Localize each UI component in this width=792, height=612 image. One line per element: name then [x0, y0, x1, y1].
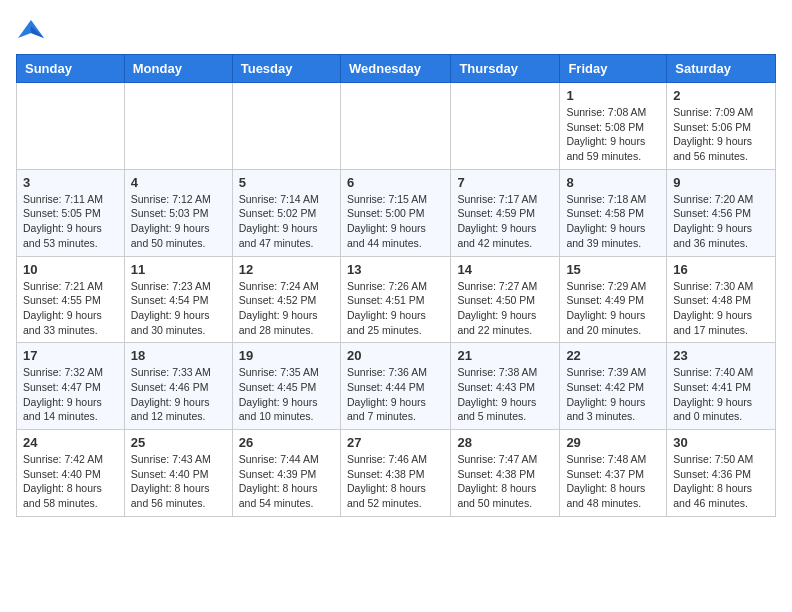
day-info: Sunrise: 7:12 AM Sunset: 5:03 PM Dayligh…: [131, 192, 226, 251]
day-cell: [232, 83, 340, 170]
day-number: 3: [23, 175, 118, 190]
day-info: Sunrise: 7:08 AM Sunset: 5:08 PM Dayligh…: [566, 105, 660, 164]
week-row-2: 3Sunrise: 7:11 AM Sunset: 5:05 PM Daylig…: [17, 169, 776, 256]
day-number: 24: [23, 435, 118, 450]
day-number: 2: [673, 88, 769, 103]
day-info: Sunrise: 7:18 AM Sunset: 4:58 PM Dayligh…: [566, 192, 660, 251]
day-number: 27: [347, 435, 444, 450]
day-cell: 22Sunrise: 7:39 AM Sunset: 4:42 PM Dayli…: [560, 343, 667, 430]
day-cell: 4Sunrise: 7:12 AM Sunset: 5:03 PM Daylig…: [124, 169, 232, 256]
day-info: Sunrise: 7:47 AM Sunset: 4:38 PM Dayligh…: [457, 452, 553, 511]
day-cell: 18Sunrise: 7:33 AM Sunset: 4:46 PM Dayli…: [124, 343, 232, 430]
day-info: Sunrise: 7:42 AM Sunset: 4:40 PM Dayligh…: [23, 452, 118, 511]
day-number: 26: [239, 435, 334, 450]
header-sunday: Sunday: [17, 55, 125, 83]
day-info: Sunrise: 7:26 AM Sunset: 4:51 PM Dayligh…: [347, 279, 444, 338]
header-saturday: Saturday: [667, 55, 776, 83]
day-info: Sunrise: 7:27 AM Sunset: 4:50 PM Dayligh…: [457, 279, 553, 338]
day-cell: 25Sunrise: 7:43 AM Sunset: 4:40 PM Dayli…: [124, 430, 232, 517]
day-number: 11: [131, 262, 226, 277]
calendar-header: SundayMondayTuesdayWednesdayThursdayFrid…: [17, 55, 776, 83]
header-thursday: Thursday: [451, 55, 560, 83]
day-number: 23: [673, 348, 769, 363]
day-number: 5: [239, 175, 334, 190]
day-info: Sunrise: 7:35 AM Sunset: 4:45 PM Dayligh…: [239, 365, 334, 424]
day-info: Sunrise: 7:21 AM Sunset: 4:55 PM Dayligh…: [23, 279, 118, 338]
day-cell: 10Sunrise: 7:21 AM Sunset: 4:55 PM Dayli…: [17, 256, 125, 343]
day-number: 29: [566, 435, 660, 450]
day-number: 14: [457, 262, 553, 277]
day-info: Sunrise: 7:32 AM Sunset: 4:47 PM Dayligh…: [23, 365, 118, 424]
day-cell: 8Sunrise: 7:18 AM Sunset: 4:58 PM Daylig…: [560, 169, 667, 256]
day-info: Sunrise: 7:24 AM Sunset: 4:52 PM Dayligh…: [239, 279, 334, 338]
day-cell: [124, 83, 232, 170]
day-number: 10: [23, 262, 118, 277]
day-number: 4: [131, 175, 226, 190]
day-cell: 29Sunrise: 7:48 AM Sunset: 4:37 PM Dayli…: [560, 430, 667, 517]
day-cell: [451, 83, 560, 170]
day-cell: 24Sunrise: 7:42 AM Sunset: 4:40 PM Dayli…: [17, 430, 125, 517]
day-cell: [17, 83, 125, 170]
day-cell: [340, 83, 450, 170]
header-tuesday: Tuesday: [232, 55, 340, 83]
day-info: Sunrise: 7:38 AM Sunset: 4:43 PM Dayligh…: [457, 365, 553, 424]
day-info: Sunrise: 7:44 AM Sunset: 4:39 PM Dayligh…: [239, 452, 334, 511]
day-cell: 1Sunrise: 7:08 AM Sunset: 5:08 PM Daylig…: [560, 83, 667, 170]
week-row-1: 1Sunrise: 7:08 AM Sunset: 5:08 PM Daylig…: [17, 83, 776, 170]
day-cell: 14Sunrise: 7:27 AM Sunset: 4:50 PM Dayli…: [451, 256, 560, 343]
day-number: 15: [566, 262, 660, 277]
day-cell: 28Sunrise: 7:47 AM Sunset: 4:38 PM Dayli…: [451, 430, 560, 517]
day-info: Sunrise: 7:39 AM Sunset: 4:42 PM Dayligh…: [566, 365, 660, 424]
calendar-body: 1Sunrise: 7:08 AM Sunset: 5:08 PM Daylig…: [17, 83, 776, 517]
day-info: Sunrise: 7:50 AM Sunset: 4:36 PM Dayligh…: [673, 452, 769, 511]
day-cell: 6Sunrise: 7:15 AM Sunset: 5:00 PM Daylig…: [340, 169, 450, 256]
day-number: 1: [566, 88, 660, 103]
day-info: Sunrise: 7:46 AM Sunset: 4:38 PM Dayligh…: [347, 452, 444, 511]
day-number: 22: [566, 348, 660, 363]
day-cell: 27Sunrise: 7:46 AM Sunset: 4:38 PM Dayli…: [340, 430, 450, 517]
day-cell: 20Sunrise: 7:36 AM Sunset: 4:44 PM Dayli…: [340, 343, 450, 430]
week-row-5: 24Sunrise: 7:42 AM Sunset: 4:40 PM Dayli…: [17, 430, 776, 517]
day-cell: 13Sunrise: 7:26 AM Sunset: 4:51 PM Dayli…: [340, 256, 450, 343]
day-cell: 9Sunrise: 7:20 AM Sunset: 4:56 PM Daylig…: [667, 169, 776, 256]
day-number: 12: [239, 262, 334, 277]
day-info: Sunrise: 7:33 AM Sunset: 4:46 PM Dayligh…: [131, 365, 226, 424]
day-number: 17: [23, 348, 118, 363]
day-cell: 17Sunrise: 7:32 AM Sunset: 4:47 PM Dayli…: [17, 343, 125, 430]
day-number: 28: [457, 435, 553, 450]
day-number: 6: [347, 175, 444, 190]
week-row-4: 17Sunrise: 7:32 AM Sunset: 4:47 PM Dayli…: [17, 343, 776, 430]
day-number: 16: [673, 262, 769, 277]
day-info: Sunrise: 7:29 AM Sunset: 4:49 PM Dayligh…: [566, 279, 660, 338]
day-cell: 2Sunrise: 7:09 AM Sunset: 5:06 PM Daylig…: [667, 83, 776, 170]
logo: [16, 16, 50, 46]
day-cell: 26Sunrise: 7:44 AM Sunset: 4:39 PM Dayli…: [232, 430, 340, 517]
logo-icon: [16, 16, 46, 46]
day-info: Sunrise: 7:09 AM Sunset: 5:06 PM Dayligh…: [673, 105, 769, 164]
header: [16, 16, 776, 46]
day-cell: 30Sunrise: 7:50 AM Sunset: 4:36 PM Dayli…: [667, 430, 776, 517]
day-info: Sunrise: 7:14 AM Sunset: 5:02 PM Dayligh…: [239, 192, 334, 251]
day-cell: 11Sunrise: 7:23 AM Sunset: 4:54 PM Dayli…: [124, 256, 232, 343]
day-number: 13: [347, 262, 444, 277]
day-cell: 19Sunrise: 7:35 AM Sunset: 4:45 PM Dayli…: [232, 343, 340, 430]
day-number: 9: [673, 175, 769, 190]
day-info: Sunrise: 7:20 AM Sunset: 4:56 PM Dayligh…: [673, 192, 769, 251]
day-cell: 7Sunrise: 7:17 AM Sunset: 4:59 PM Daylig…: [451, 169, 560, 256]
day-info: Sunrise: 7:48 AM Sunset: 4:37 PM Dayligh…: [566, 452, 660, 511]
header-wednesday: Wednesday: [340, 55, 450, 83]
header-row: SundayMondayTuesdayWednesdayThursdayFrid…: [17, 55, 776, 83]
day-info: Sunrise: 7:17 AM Sunset: 4:59 PM Dayligh…: [457, 192, 553, 251]
day-cell: 16Sunrise: 7:30 AM Sunset: 4:48 PM Dayli…: [667, 256, 776, 343]
day-info: Sunrise: 7:15 AM Sunset: 5:00 PM Dayligh…: [347, 192, 444, 251]
day-cell: 21Sunrise: 7:38 AM Sunset: 4:43 PM Dayli…: [451, 343, 560, 430]
day-number: 8: [566, 175, 660, 190]
day-cell: 5Sunrise: 7:14 AM Sunset: 5:02 PM Daylig…: [232, 169, 340, 256]
day-number: 21: [457, 348, 553, 363]
day-info: Sunrise: 7:30 AM Sunset: 4:48 PM Dayligh…: [673, 279, 769, 338]
day-info: Sunrise: 7:36 AM Sunset: 4:44 PM Dayligh…: [347, 365, 444, 424]
day-info: Sunrise: 7:11 AM Sunset: 5:05 PM Dayligh…: [23, 192, 118, 251]
day-cell: 12Sunrise: 7:24 AM Sunset: 4:52 PM Dayli…: [232, 256, 340, 343]
calendar-table: SundayMondayTuesdayWednesdayThursdayFrid…: [16, 54, 776, 517]
day-info: Sunrise: 7:23 AM Sunset: 4:54 PM Dayligh…: [131, 279, 226, 338]
